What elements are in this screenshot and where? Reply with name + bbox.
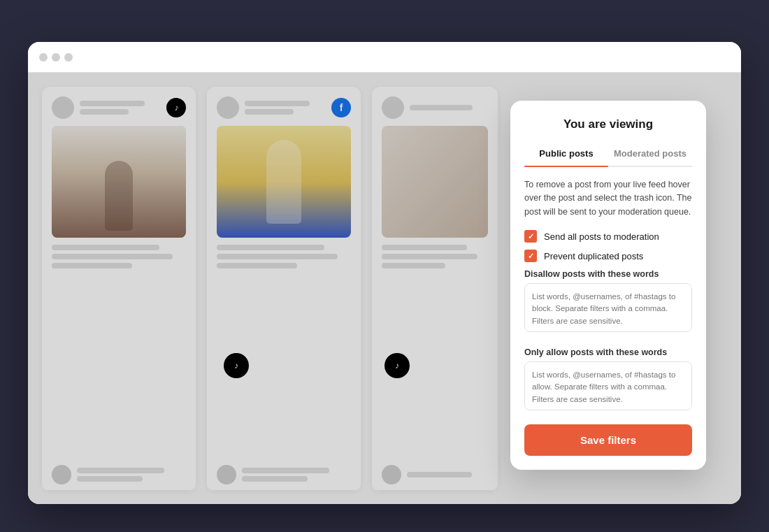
modal-title: You are viewing — [524, 117, 692, 131]
browser-titlebar — [28, 42, 741, 73]
browser-dot-1 — [39, 53, 48, 62]
screen-container: ♪ — [0, 0, 769, 532]
save-filters-button[interactable]: Save filters — [524, 424, 692, 456]
disallow-textarea[interactable] — [524, 283, 692, 332]
tab-public-posts[interactable]: Public posts — [524, 143, 608, 166]
checkbox-label-prevent-duplicates: Prevent duplicated posts — [544, 251, 643, 261]
checkmark-icon: ✓ — [528, 232, 534, 241]
checkbox-prevent-duplicates[interactable]: ✓ — [524, 250, 537, 262]
checkbox-send-all[interactable]: ✓ — [524, 230, 537, 243]
browser-dot-3 — [64, 53, 73, 62]
modal-card: You are viewing Public posts Moderated p… — [510, 101, 706, 470]
checkmark-icon-2: ✓ — [528, 252, 534, 261]
allow-textarea[interactable] — [524, 361, 692, 410]
checkbox-row-2: ✓ Prevent duplicated posts — [524, 250, 692, 262]
modal-description: To remove a post from your live feed hov… — [524, 178, 692, 219]
browser-dots — [39, 53, 73, 62]
allow-section-title: Only allow posts with these words — [524, 347, 692, 357]
checkbox-label-send-all: Send all posts to moderation — [544, 231, 659, 242]
disallow-section-title: Disallow posts with these words — [524, 269, 692, 279]
modal-tabs: Public posts Moderated posts — [524, 143, 692, 167]
browser-content: ♪ — [28, 73, 741, 504]
browser-dot-2 — [52, 53, 60, 62]
checkbox-row-1: ✓ Send all posts to moderation — [524, 230, 692, 243]
browser-card: ♪ — [28, 42, 741, 504]
tab-moderated-posts[interactable]: Moderated posts — [608, 143, 692, 166]
